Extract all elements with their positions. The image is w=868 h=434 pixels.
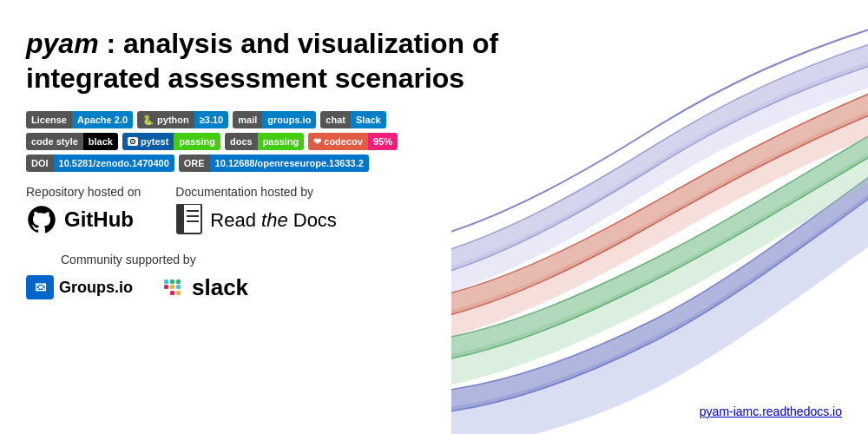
- chart-svg: [451, 0, 868, 434]
- pytest-badge-right: passing: [174, 133, 220, 150]
- doi-value-ore: 10.12688/openreseurope.13633.2: [210, 155, 369, 172]
- doi-label-zenodo: DOI: [26, 155, 54, 172]
- pytest-badge[interactable]: ⊙ pytest passing: [122, 133, 220, 150]
- doi-label-ore: ORE: [179, 155, 210, 172]
- doi-badge-zenodo[interactable]: DOI 10.5281/zenodo.1470400: [26, 155, 174, 172]
- license-badge-left: License: [26, 111, 72, 128]
- chat-badge-left: chat: [320, 111, 351, 128]
- svg-rect-12: [176, 279, 181, 284]
- badges-area: License Apache 2.0 🐍 python ≥3.10 mail g…: [26, 111, 512, 172]
- community-logos: ✉ Groups.io: [26, 273, 248, 301]
- mail-badge[interactable]: mail groups.io: [233, 111, 316, 128]
- github-logo[interactable]: GitHub: [26, 204, 141, 235]
- svg-rect-11: [176, 285, 181, 289]
- main-container: pyam : analysis and visualization of int…: [0, 0, 868, 434]
- license-badge-right: Apache 2.0: [72, 111, 133, 128]
- mail-badge-left: mail: [233, 111, 262, 128]
- codecov-badge-left: ❤ codecov: [308, 133, 368, 150]
- rtd-label: Read the Docs: [210, 209, 337, 232]
- mail-badge-right: groups.io: [262, 111, 316, 128]
- title-italic: pyam: [26, 28, 99, 59]
- left-content: pyam : analysis and visualization of int…: [26, 26, 512, 301]
- github-label: GitHub: [64, 207, 134, 232]
- community-label: Community supported by: [61, 253, 196, 266]
- slack-logo[interactable]: slack: [159, 273, 248, 301]
- rtd-logo[interactable]: Read the Docs: [175, 204, 337, 237]
- python-badge-left: 🐍 python: [137, 111, 194, 128]
- rtd-block: Documentation hosted by Read the Docs: [175, 185, 337, 237]
- python-badge-right: ≥3.10: [194, 111, 228, 128]
- github-block: Repository hosted on GitHub: [26, 185, 141, 235]
- rtd-icon: [175, 204, 203, 237]
- python-badge[interactable]: 🐍 python ≥3.10: [137, 111, 228, 128]
- hosted-section: Repository hosted on GitHub Documentatio…: [26, 185, 512, 237]
- doi-value-zenodo: 10.5281/zenodo.1470400: [54, 155, 174, 172]
- pytest-badge-left: ⊙ pytest: [122, 133, 174, 150]
- badge-row-2: code style black ⊙ pytest passing docs p…: [26, 133, 512, 150]
- chart-area: [451, 0, 868, 434]
- svg-rect-10: [170, 285, 174, 289]
- groupsio-icon: ✉: [26, 275, 54, 299]
- svg-text:✉: ✉: [35, 280, 47, 295]
- docs-badge-right: passing: [258, 133, 305, 150]
- chat-badge-right: Slack: [351, 111, 386, 128]
- page-title: pyam : analysis and visualization of int…: [26, 26, 512, 95]
- codecov-badge-right: 95%: [368, 133, 398, 150]
- slack-icon: [159, 273, 187, 301]
- groupsio-label: Groups.io: [59, 279, 133, 297]
- groupsio-logo[interactable]: ✉ Groups.io: [26, 275, 133, 299]
- docs-badge-left: docs: [225, 133, 258, 150]
- docs-badge[interactable]: docs passing: [225, 133, 304, 150]
- license-badge[interactable]: License Apache 2.0: [26, 111, 133, 128]
- svg-rect-8: [164, 279, 168, 284]
- doi-row: DOI 10.5281/zenodo.1470400 ORE 10.12688/…: [26, 155, 512, 172]
- svg-rect-7: [164, 285, 168, 289]
- svg-rect-1: [177, 204, 184, 233]
- community-section: Community supported by ✉ Groups.io: [26, 253, 512, 301]
- badge-row-1: License Apache 2.0 🐍 python ≥3.10 mail g…: [26, 111, 512, 128]
- svg-rect-14: [176, 291, 181, 295]
- repo-hosted-label: Repository hosted on: [26, 185, 141, 199]
- github-icon: [26, 204, 57, 235]
- svg-rect-9: [170, 279, 174, 284]
- chat-badge[interactable]: chat Slack: [320, 111, 385, 128]
- codestyle-badge-left: code style: [26, 133, 83, 150]
- codestyle-badge[interactable]: code style black: [26, 133, 118, 150]
- doi-badge-ore[interactable]: ORE 10.12688/openreseurope.13633.2: [179, 155, 369, 172]
- svg-rect-13: [170, 291, 174, 295]
- codecov-badge[interactable]: ❤ codecov 95%: [308, 133, 398, 150]
- docs-link[interactable]: pyam-iamc.readthedocs.io: [700, 404, 842, 418]
- slack-label: slack: [192, 274, 248, 301]
- codestyle-badge-right: black: [83, 133, 118, 150]
- docs-hosted-label: Documentation hosted by: [175, 185, 337, 199]
